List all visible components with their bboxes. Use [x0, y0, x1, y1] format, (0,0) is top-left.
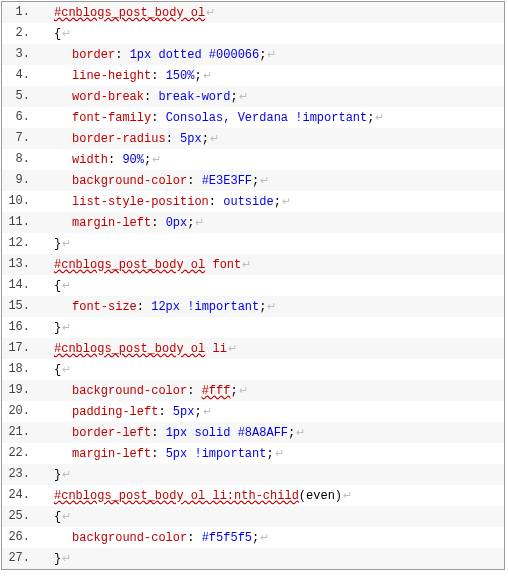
token: ↵ [209, 132, 219, 144]
line-number: 22. [2, 443, 36, 464]
code-line: 17.#cnblogs_post_body ol li↵ [2, 338, 504, 359]
token: ↵ [61, 468, 71, 480]
token: ; [202, 132, 209, 146]
code-line: 20.padding-left: 5px;↵ [2, 401, 504, 422]
code-line: 25.{↵ [2, 506, 504, 527]
line-number: 11. [2, 212, 36, 233]
token: padding-left [72, 405, 158, 419]
token: margin-left [72, 216, 151, 230]
line-number: 2. [2, 23, 36, 44]
token: ↵ [61, 279, 71, 291]
token: #cnblogs_post_body ol [54, 342, 205, 356]
token: : [151, 111, 165, 125]
token: : [158, 405, 172, 419]
line-content: list-style-position: outside;↵ [36, 191, 291, 213]
line-number: 1. [2, 2, 36, 23]
line-number: 5. [2, 86, 36, 107]
token: Consolas, Verdana !important [166, 111, 368, 125]
line-content: {↵ [36, 275, 71, 297]
line-number: 27. [2, 548, 36, 569]
token: ↵ [61, 27, 71, 39]
token: ↵ [61, 552, 71, 564]
line-number: 18. [2, 359, 36, 380]
code-line: 24.#cnblogs_post_body ol li:nth-child(ev… [2, 485, 504, 506]
line-number: 16. [2, 317, 36, 338]
token: : [166, 132, 180, 146]
token: border-radius [72, 132, 166, 146]
token: outside [223, 195, 273, 209]
token: background-color [72, 384, 187, 398]
token: 5px [180, 132, 202, 146]
token: even [306, 489, 335, 503]
code-line: 27.}↵ [2, 548, 504, 569]
token: background-color [72, 531, 187, 545]
token: ) [335, 489, 342, 503]
code-line: 21.border-left: 1px solid #8A8AFF;↵ [2, 422, 504, 443]
code-line: 9.background-color: #E3E3FF;↵ [2, 170, 504, 191]
line-number: 21. [2, 422, 36, 443]
token: #fff [202, 384, 231, 398]
token: ↵ [374, 111, 384, 123]
code-line: 2.{↵ [2, 23, 504, 44]
line-number: 20. [2, 401, 36, 422]
code-line: 7.border-radius: 5px;↵ [2, 128, 504, 149]
code-line: 3.border: 1px dotted #000066;↵ [2, 44, 504, 65]
token: ; [266, 447, 273, 461]
token: : [151, 69, 165, 83]
token: : [151, 426, 165, 440]
code-line: 14.{↵ [2, 275, 504, 296]
token: ↵ [151, 153, 161, 165]
line-number: 12. [2, 233, 36, 254]
token: ↵ [281, 195, 291, 207]
token: word-break [72, 90, 144, 104]
code-line: 1.#cnblogs_post_body ol↵ [2, 2, 504, 23]
line-content: word-break: break-word;↵ [36, 86, 248, 108]
line-number: 4. [2, 65, 36, 86]
code-line: 16.}↵ [2, 317, 504, 338]
token: 12px !important [151, 300, 259, 314]
code-line: 11.margin-left: 0px;↵ [2, 212, 504, 233]
line-number: 17. [2, 338, 36, 359]
line-content: border: 1px dotted #000066;↵ [36, 44, 276, 66]
token: : [151, 216, 165, 230]
line-content: border-radius: 5px;↵ [36, 128, 219, 150]
token: line-height [72, 69, 151, 83]
line-content: #cnblogs_post_body ol font↵ [36, 254, 251, 276]
token: font [205, 258, 241, 272]
line-content: #cnblogs_post_body ol li:nth-child(even)… [36, 485, 352, 507]
token: #f5f5f5 [202, 531, 252, 545]
token: ↵ [202, 69, 212, 81]
code-line: 12.}↵ [2, 233, 504, 254]
line-content: }↵ [36, 548, 71, 570]
token: ↵ [259, 174, 269, 186]
line-content: font-size: 12px !important;↵ [36, 296, 276, 318]
token: #E3E3FF [202, 174, 252, 188]
token: ↵ [238, 90, 248, 102]
code-line: 22.margin-left: 5px !important;↵ [2, 443, 504, 464]
token: 1px dotted #000066 [130, 48, 260, 62]
token: ↵ [194, 216, 204, 228]
line-content: }↵ [36, 317, 71, 339]
token: 90% [122, 153, 144, 167]
token: ; [194, 405, 201, 419]
token: ↵ [61, 510, 71, 522]
token: ↵ [61, 363, 71, 375]
token: ↵ [202, 405, 212, 417]
token: #cnblogs_post_body ol [54, 6, 205, 20]
token: ↵ [274, 447, 284, 459]
token: border-left [72, 426, 151, 440]
token: : [137, 300, 151, 314]
line-content: margin-left: 5px !important;↵ [36, 443, 284, 465]
token: 5px [173, 405, 195, 419]
token: font-size [72, 300, 137, 314]
line-content: margin-left: 0px;↵ [36, 212, 204, 234]
line-content: border-left: 1px solid #8A8AFF;↵ [36, 422, 305, 444]
token: 1px solid #8A8AFF [166, 426, 288, 440]
token: break-word [158, 90, 230, 104]
line-content: background-color: #E3E3FF;↵ [36, 170, 269, 192]
line-content: background-color: #f5f5f5;↵ [36, 527, 269, 549]
token: 150% [166, 69, 195, 83]
token: : [187, 531, 201, 545]
code-line: 15.font-size: 12px !important;↵ [2, 296, 504, 317]
line-number: 9. [2, 170, 36, 191]
